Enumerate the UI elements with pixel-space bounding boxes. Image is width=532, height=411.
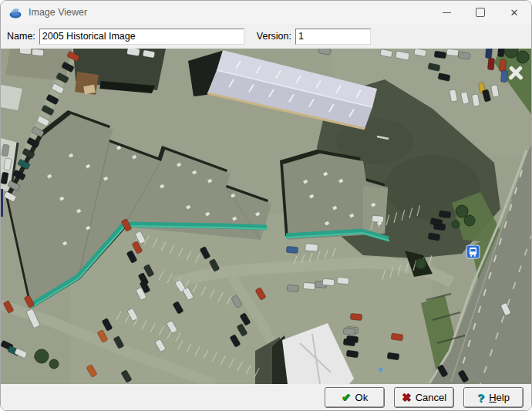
blue-edge-object xyxy=(1,189,3,217)
maximize-button[interactable] xyxy=(463,1,497,24)
help-button[interactable]: ? Help xyxy=(463,387,524,408)
title-bar[interactable]: Image Viewer ✕ xyxy=(1,1,531,24)
aerial-photo xyxy=(1,49,532,384)
cancel-button[interactable]: ✖ Cancel xyxy=(394,387,454,408)
aerial-photo-viewport xyxy=(1,49,531,384)
second-building-annex xyxy=(363,186,388,234)
window-title: Image Viewer xyxy=(29,7,429,18)
minimize-icon xyxy=(443,12,451,13)
version-input[interactable] xyxy=(295,29,371,45)
name-input[interactable] xyxy=(39,29,244,45)
close-button[interactable]: ✕ xyxy=(497,1,531,24)
help-button-label: Help xyxy=(489,392,510,403)
ok-button[interactable]: ✔ Ok xyxy=(325,387,385,408)
metadata-row: Name: Version: xyxy=(1,24,531,49)
version-label: Version: xyxy=(257,31,291,42)
bus-stop-icon xyxy=(466,245,480,258)
x-icon: ✖ xyxy=(402,392,411,403)
question-icon: ? xyxy=(477,392,484,403)
check-icon: ✔ xyxy=(342,392,351,403)
ok-button-label: Ok xyxy=(355,392,369,403)
minimize-button[interactable] xyxy=(429,1,463,24)
close-icon: ✕ xyxy=(510,8,519,18)
maximize-icon xyxy=(476,8,485,17)
cancel-button-label: Cancel xyxy=(416,392,446,403)
dialog-footer: ✔ Ok ✖ Cancel ? Help xyxy=(1,384,531,410)
app-icon xyxy=(8,5,22,19)
name-label: Name: xyxy=(7,31,35,42)
